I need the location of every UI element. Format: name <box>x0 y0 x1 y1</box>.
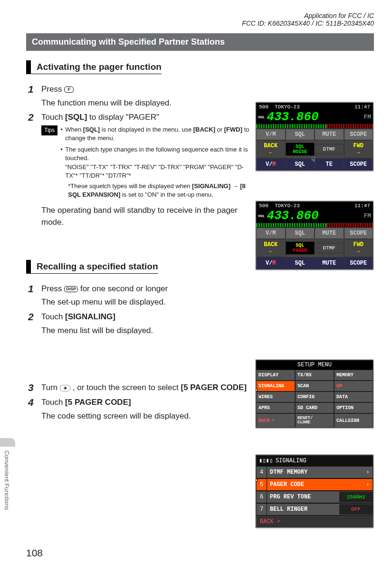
tip-note: *These squelch types will be displayed w… <box>65 182 250 199</box>
vm-cell[interactable]: V/M <box>256 158 286 171</box>
disp-key-icon: DISP <box>64 286 78 292</box>
vm-cell[interactable]: V/M <box>256 257 286 269</box>
mute-button[interactable]: MUTE <box>315 129 344 140</box>
t: The set-up menu will be displayed. <box>41 296 250 308</box>
setup-back[interactable]: BACK ↶ <box>256 413 295 428</box>
vm-button[interactable]: V/M <box>256 129 286 140</box>
step1-text: Press <box>41 85 64 94</box>
back-button[interactable]: BACK← <box>256 239 286 257</box>
scope-button[interactable]: SCOPE <box>344 228 373 239</box>
f-key-icon: F <box>64 86 74 93</box>
sql-pager-button[interactable]: SQLPAGER <box>286 241 315 255</box>
sig-row-bell-ringer[interactable]: 7 BELL RINGER OFF <box>256 503 373 516</box>
setup-grid: DISPLAY TX/RX MEMORY SIGNALING SCAN GM W… <box>256 370 373 428</box>
setup-display[interactable]: DISPLAY <box>256 370 295 381</box>
step2-bold: [SQL] <box>65 113 87 122</box>
step2-prefix: Touch <box>41 113 65 122</box>
mute-button[interactable]: MUTE <box>315 228 344 239</box>
back-arrow-icon: ↶ <box>277 518 280 525</box>
mute-cell[interactable]: MUTE <box>315 257 344 269</box>
screen-top-line: 500 TOKYO-23 11:47 <box>256 201 373 209</box>
back-button[interactable]: BACK← <box>256 140 286 158</box>
tip-item: The squelch type changes in the followin… <box>60 145 250 199</box>
fwd-button[interactable]: FWD→ <box>344 239 373 257</box>
t: *These squelch types will be displayed w… <box>68 182 192 190</box>
t: The squelch type changes in the followin… <box>65 145 250 162</box>
setup-memory[interactable]: MEMORY <box>334 370 373 381</box>
frequency-display: VOL 433.860 FM <box>256 209 373 223</box>
sql-cell[interactable]: SQL <box>286 257 315 269</box>
scope-cell[interactable]: SCOPE <box>344 257 373 269</box>
sig-row-pager-code[interactable]: 5 PAGER CODE › <box>256 478 373 491</box>
section-bar: Communicating with Specified Partner Sta… <box>26 33 374 51</box>
t: The menu list will be displayed. <box>41 325 250 337</box>
radio-screen-pager: 500 TOKYO-23 11:47 VOL 433.860 FM V/M SQ… <box>255 201 374 270</box>
dtmf-button[interactable]: DTMF <box>315 144 344 154</box>
t: , or touch the screen to select <box>73 383 181 392</box>
vol-label: VOL <box>258 115 265 119</box>
row-label: PRG REV TONE <box>267 491 339 503</box>
row-label: PAGER CODE <box>267 479 363 490</box>
screen-top-line: 500 TOKYO-23 11:47 <box>256 103 373 110</box>
setup-gm[interactable]: GM <box>334 381 373 392</box>
mode-label: FM <box>363 114 371 121</box>
vm-button[interactable]: V/M <box>256 228 286 239</box>
location: TOKYO-23 <box>275 104 300 110</box>
t: BACK <box>258 418 270 423</box>
setup-config[interactable]: CONFIG <box>295 392 334 402</box>
signaling-back[interactable]: BACK ↶ <box>256 516 373 527</box>
setup-data[interactable]: DATA <box>334 392 373 402</box>
sql-button[interactable]: SQL <box>286 129 315 140</box>
setup-wires[interactable]: WIRES <box>256 392 295 402</box>
t: BACK <box>264 241 277 248</box>
scope-cell[interactable]: SCOPE <box>344 158 373 171</box>
scope-button[interactable]: SCOPE <box>344 129 373 140</box>
setup-scan[interactable]: SCAN <box>295 381 334 392</box>
sig-row-prg-rev[interactable]: 6 PRG REV TONE 1500Hz <box>256 491 373 503</box>
fcc-header: Application for FCC / IC FCC ID: K662034… <box>242 12 374 27</box>
step-number: 1 <box>28 84 41 95</box>
te-cell[interactable]: ☟TE <box>315 158 344 171</box>
step-body: Touch [SIGNALING] The menu list will be … <box>41 311 374 336</box>
mode-label: FM <box>363 212 371 220</box>
t: Press <box>41 284 64 293</box>
t: When <box>65 126 83 133</box>
dtmf-button[interactable]: DTMF <box>315 243 344 253</box>
sql-cell[interactable]: SQL <box>286 158 315 171</box>
setup-menu-title: SETUP MENU <box>256 360 373 370</box>
arrow-right-icon: → <box>357 150 360 155</box>
setup-sdcard[interactable]: SD CARD <box>295 402 334 413</box>
freq-value: 433.860 <box>267 209 318 223</box>
back-arrow-icon: ↶ <box>271 418 274 423</box>
step-body: Press DISP for one second or longer The … <box>41 283 374 308</box>
button-row: V/M SQL MUTE SCOPE <box>256 129 373 140</box>
setup-reset[interactable]: RESET/ CLONE <box>295 413 334 428</box>
t: [5 PAGER CODE] <box>181 383 247 392</box>
row-num: 6 <box>257 491 267 503</box>
t: BACK <box>264 143 277 149</box>
sql-button[interactable]: SQL <box>286 228 315 239</box>
sql-noise-button[interactable]: SQLNOISE <box>286 143 315 156</box>
step-1b: 1 Press DISP for one second or longer Th… <box>28 283 374 308</box>
setup-callsign[interactable]: CALLSIGN <box>334 413 373 428</box>
sig-row-dtmf[interactable]: 4 DTMF MEMORY › <box>256 466 373 478</box>
t: [SIGNALING] <box>65 312 115 321</box>
fwd-button[interactable]: FWD→ <box>344 140 373 158</box>
setup-aprs[interactable]: APRS <box>256 402 295 413</box>
signaling-title: ▮▯▮▯ SIGNALING <box>256 455 373 466</box>
setup-signaling[interactable]: SIGNALING <box>256 381 295 392</box>
t: [5 PAGER CODE] <box>65 398 131 407</box>
t: FWD <box>353 241 363 248</box>
t: The code setting screen will be displaye… <box>41 411 250 422</box>
t: for one second or longer <box>80 284 168 293</box>
step1-desc: The function menu will be displayed. <box>41 97 250 109</box>
page-number: 108 <box>26 547 43 559</box>
t: Turn <box>41 383 60 392</box>
setup-txrx[interactable]: TX/RX <box>295 370 334 381</box>
step-number: 3 <box>28 382 41 393</box>
subheading-activating: Activating the pager function <box>26 60 162 74</box>
tip-item: When [SQL] is not displayed in the menu,… <box>60 125 250 143</box>
setup-option[interactable]: OPTION <box>334 402 373 413</box>
signal-bar <box>256 124 373 129</box>
step2-result: The operating band will standby to recei… <box>41 205 250 228</box>
